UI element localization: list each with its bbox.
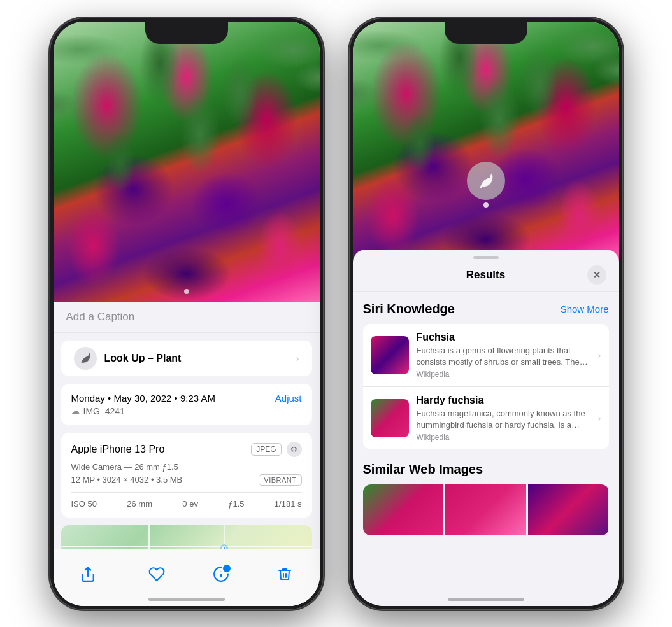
right-phone: Results ✕ Siri Knowledge Show More <box>349 18 623 610</box>
right-phone-screen: Results ✕ Siri Knowledge Show More <box>353 22 619 606</box>
knowledge-item-fuchsia[interactable]: Fuchsia Fuchsia is a genus of flowering … <box>363 324 609 387</box>
share-button[interactable] <box>74 560 102 588</box>
format-badge: JPEG <box>251 443 281 456</box>
left-phone: Add a Caption Look Up – Plant › <box>50 18 324 610</box>
cloud-icon: ☁ <box>71 406 80 416</box>
home-indicator-left <box>148 598 225 601</box>
fuchsia-name: Fuchsia <box>417 332 590 343</box>
hardy-knowledge-text: Hardy fuchsia Fuchsia magellanica, commo… <box>417 395 590 442</box>
siri-knowledge-title: Siri Knowledge <box>363 302 455 316</box>
close-button[interactable]: ✕ <box>587 265 606 285</box>
hardy-description: Fuchsia magellanica, commonly known as t… <box>417 408 590 431</box>
visual-lookup-button[interactable] <box>467 162 505 200</box>
leaf-icon <box>74 347 97 370</box>
exif-iso: ISO 50 <box>71 499 97 509</box>
exif-row: ISO 50 26 mm 0 ev ƒ1.5 1/181 s <box>71 492 302 509</box>
results-content: Siri Knowledge Show More Fuchsia Fuchsia… <box>353 292 619 603</box>
lookup-chevron-icon: › <box>296 353 299 363</box>
fuchsia-background <box>54 22 320 302</box>
notch-right <box>445 22 527 44</box>
leaves-overlay <box>54 22 320 302</box>
mp-text: 12 MP • 3024 × 4032 • 3.5 MB <box>71 475 183 484</box>
exif-focal: 26 mm <box>127 499 152 509</box>
fuchsia-thumb-img <box>371 336 409 374</box>
photo-area-right <box>353 22 619 264</box>
exif-aperture: ƒ1.5 <box>228 499 244 509</box>
hardy-thumb-img <box>371 399 409 437</box>
similar-image-1[interactable] <box>363 484 444 535</box>
delete-button[interactable] <box>271 560 299 588</box>
leaves-overlay-right <box>353 22 619 264</box>
vibrant-badge: VIBRANT <box>259 474 301 486</box>
fuchsia-thumbnail <box>371 336 409 374</box>
knowledge-item-hardy[interactable]: Hardy fuchsia Fuchsia magellanica, commo… <box>363 387 609 449</box>
visual-lookup-dot <box>483 202 489 208</box>
exif-ev: 0 ev <box>182 499 198 509</box>
device-section: Apple iPhone 13 Pro JPEG ⚙ Wide Camera —… <box>61 433 312 518</box>
caption-area[interactable]: Add a Caption <box>54 302 320 333</box>
device-badges: JPEG ⚙ <box>251 442 301 457</box>
hardy-name: Hardy fuchsia <box>417 395 590 406</box>
left-phone-screen: Add a Caption Look Up – Plant › <box>54 22 320 606</box>
photo-area-left[interactable] <box>54 22 320 302</box>
siri-knowledge-header: Siri Knowledge Show More <box>363 302 609 316</box>
hardy-thumbnail <box>371 399 409 437</box>
photo-dot-indicator <box>184 289 189 294</box>
favorite-button[interactable] <box>143 560 171 588</box>
fuchsia-chevron-icon: › <box>598 350 601 360</box>
camera-info: Wide Camera — 26 mm ƒ1.5 <box>71 462 302 472</box>
results-title: Results <box>385 269 587 281</box>
results-header: Results ✕ <box>353 259 619 292</box>
info-button[interactable] <box>212 565 230 583</box>
device-name: Apple iPhone 13 Pro <box>71 444 165 455</box>
fuchsia-source: Wikipedia <box>417 370 590 379</box>
similar-section: Similar Web Images <box>363 462 609 535</box>
results-panel: Results ✕ Siri Knowledge Show More <box>353 250 619 606</box>
adjust-button[interactable]: Adjust <box>275 393 302 404</box>
hardy-source: Wikipedia <box>417 433 590 442</box>
similar-title: Similar Web Images <box>363 462 609 477</box>
similar-image-2[interactable] <box>445 484 526 535</box>
similar-image-3[interactable] <box>528 484 609 535</box>
settings-icon[interactable]: ⚙ <box>287 442 302 457</box>
meta-section: Monday • May 30, 2022 • 9:23 AM Adjust ☁… <box>61 384 312 425</box>
exif-shutter: 1/181 s <box>275 499 302 509</box>
meta-filename: ☁ IMG_4241 <box>71 406 302 416</box>
show-more-button[interactable]: Show More <box>561 304 609 314</box>
lookup-row[interactable]: Look Up – Plant › <box>61 341 312 376</box>
home-indicator-right <box>448 598 524 601</box>
similar-grid <box>363 484 609 535</box>
phones-container: Add a Caption Look Up – Plant › <box>37 5 636 623</box>
fuchsia-knowledge-text: Fuchsia Fuchsia is a genus of flowering … <box>417 332 590 379</box>
caption-placeholder[interactable]: Add a Caption <box>66 311 135 323</box>
hardy-chevron-icon: › <box>598 413 601 423</box>
fuchsia-bg-right <box>353 22 619 264</box>
fuchsia-description: Fuchsia is a genus of flowering plants t… <box>417 345 590 368</box>
notch-left <box>145 22 228 44</box>
lookup-text: Look Up – Plant <box>104 353 182 364</box>
meta-date: Monday • May 30, 2022 • 9:23 AM <box>71 393 215 404</box>
knowledge-card: Fuchsia Fuchsia is a genus of flowering … <box>363 324 609 450</box>
